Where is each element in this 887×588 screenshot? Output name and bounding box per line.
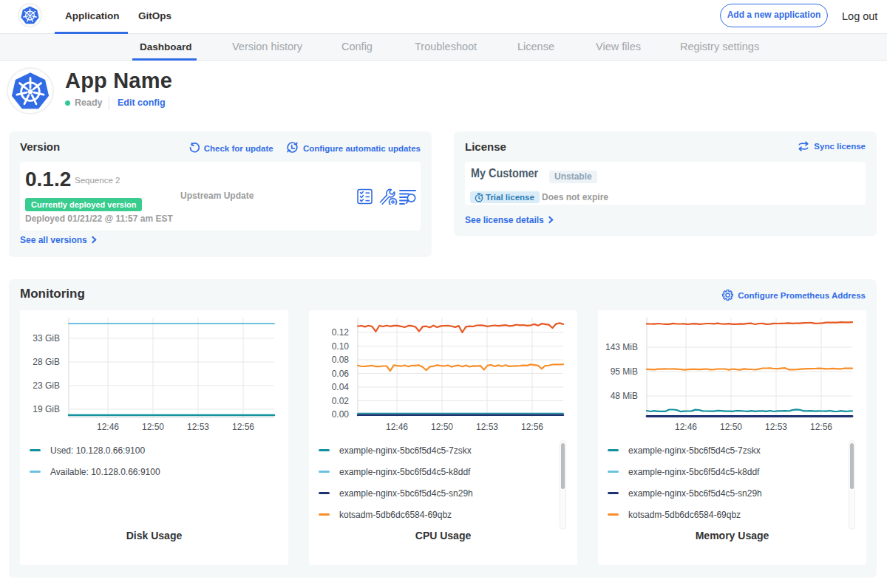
svg-text:28 GiB: 28 GiB [33,357,60,367]
svg-text:12:53: 12:53 [187,422,209,432]
svg-text:0.12: 0.12 [332,327,350,338]
svg-text:12:46: 12:46 [675,422,697,432]
svg-text:12:56: 12:56 [232,422,254,432]
svg-text:12:50: 12:50 [142,422,164,432]
svg-text:33 GiB: 33 GiB [33,333,60,343]
svg-text:19 GiB: 19 GiB [33,404,60,414]
svg-text:95 MiB: 95 MiB [611,366,638,377]
svg-text:0.06: 0.06 [332,369,350,379]
svg-text:143 MiB: 143 MiB [605,342,638,352]
svg-text:12:53: 12:53 [476,422,498,432]
svg-text:12:50: 12:50 [431,422,453,432]
svg-text:0.10: 0.10 [332,341,350,352]
svg-text:12:53: 12:53 [765,422,787,432]
svg-text:23 GiB: 23 GiB [33,380,60,391]
svg-text:12:56: 12:56 [521,422,543,432]
svg-text:12:50: 12:50 [720,422,742,432]
svg-text:12:46: 12:46 [97,422,119,432]
svg-text:0.00: 0.00 [332,409,350,420]
svg-text:12:56: 12:56 [810,422,832,432]
svg-text:0.02: 0.02 [332,396,350,406]
svg-text:12:46: 12:46 [386,422,408,432]
svg-text:48 MiB: 48 MiB [611,391,638,401]
svg-text:0.04: 0.04 [332,382,350,392]
svg-text:0.08: 0.08 [332,355,350,365]
